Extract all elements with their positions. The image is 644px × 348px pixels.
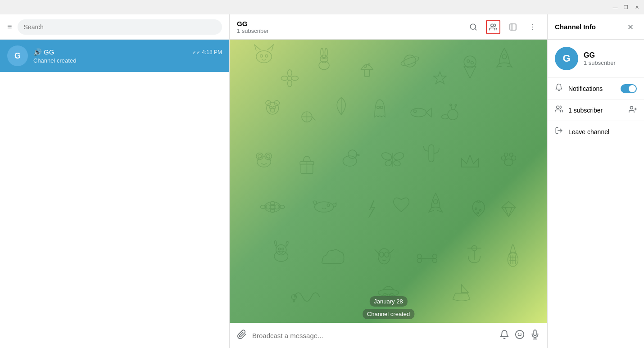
check-icon: ✓✓: [192, 50, 200, 55]
search-bar[interactable]: [18, 19, 222, 35]
notification-bell-icon[interactable]: [499, 330, 509, 342]
svg-point-37: [270, 108, 275, 112]
svg-marker-67: [462, 155, 479, 167]
svg-point-8: [256, 51, 272, 63]
members-button[interactable]: [486, 20, 500, 34]
svg-point-12: [288, 70, 292, 77]
svg-point-14: [281, 76, 288, 81]
svg-point-15: [291, 76, 298, 81]
notifications-toggle[interactable]: [621, 84, 637, 93]
svg-point-63: [384, 159, 392, 167]
microphone-icon[interactable]: [530, 330, 540, 342]
svg-point-60: [348, 150, 357, 158]
svg-point-20: [322, 57, 324, 59]
minimize-button[interactable]: —: [612, 4, 619, 11]
svg-point-2: [491, 24, 494, 27]
svg-point-10: [265, 54, 268, 57]
svg-point-24: [368, 63, 370, 65]
svg-point-61: [381, 151, 393, 161]
svg-point-46: [442, 115, 449, 119]
svg-point-36: [273, 106, 276, 109]
svg-point-72: [509, 153, 513, 157]
svg-rect-66: [429, 145, 434, 162]
chat-title: GG: [237, 20, 461, 27]
notifications-row[interactable]: Notifications: [548, 78, 644, 99]
svg-point-71: [504, 153, 508, 157]
svg-point-35: [270, 106, 272, 109]
leave-channel-label: Leave channel: [568, 128, 609, 136]
svg-point-105: [433, 258, 437, 263]
svg-point-16: [319, 61, 329, 70]
svg-point-116: [294, 295, 296, 297]
panel-avatar-section: G GG 1 subscriber: [548, 40, 644, 78]
svg-line-1: [475, 28, 476, 30]
doodle-pattern: [230, 40, 547, 323]
svg-point-85: [475, 208, 477, 210]
message-input[interactable]: [252, 332, 494, 339]
svg-point-97: [379, 252, 384, 257]
svg-point-119: [378, 289, 399, 296]
svg-point-52: [256, 153, 263, 160]
chat-item[interactable]: G 🔊 GG ✓✓ 4:18 PM Channel created: [0, 40, 229, 72]
chat-messages: January 28 Channel created: [230, 40, 547, 323]
panel-channel-sub: 1 subscriber: [584, 59, 616, 66]
svg-point-103: [417, 258, 422, 263]
close-button[interactable]: ✕: [633, 4, 640, 11]
svg-line-91: [508, 208, 512, 217]
leave-icon: [555, 127, 563, 137]
svg-point-26: [400, 55, 420, 67]
svg-point-131: [557, 106, 559, 108]
emoji-icon[interactable]: [515, 330, 525, 342]
subscribers-row[interactable]: 1 subscriber: [548, 99, 644, 121]
svg-point-23: [364, 65, 367, 68]
svg-point-62: [393, 151, 405, 161]
svg-point-68: [504, 159, 513, 166]
channel-info-panel: Channel Info G GG 1 subscriber Notificat…: [547, 14, 644, 348]
svg-point-7: [532, 29, 533, 30]
svg-point-82: [327, 204, 330, 207]
svg-point-94: [278, 248, 281, 250]
svg-point-13: [288, 80, 292, 87]
hamburger-icon[interactable]: ≡: [7, 22, 12, 32]
search-button[interactable]: [466, 20, 481, 34]
svg-point-43: [411, 108, 426, 117]
title-bar: — ❐ ✕: [0, 0, 644, 14]
panel-title: Channel Info: [555, 23, 621, 31]
add-member-icon[interactable]: [629, 105, 637, 115]
svg-marker-27: [434, 72, 447, 84]
panel-channel-details: GG 1 subscriber: [584, 51, 616, 66]
attachment-icon[interactable]: [237, 330, 247, 342]
svg-point-84: [434, 199, 438, 204]
date-badge: January 28: [369, 296, 407, 307]
svg-point-29: [467, 60, 470, 63]
svg-point-98: [385, 252, 389, 257]
panel-header: Channel Info: [548, 14, 644, 40]
notifications-label: Notifications: [568, 85, 615, 92]
leave-channel-row[interactable]: Leave channel: [548, 121, 644, 142]
svg-point-50: [455, 104, 457, 106]
chat-input-bar: [230, 323, 547, 348]
more-button[interactable]: [526, 20, 540, 34]
panel-close-button[interactable]: [624, 21, 637, 33]
avatar: G: [7, 45, 28, 66]
svg-point-51: [257, 157, 271, 167]
chat-top: 🔊 GG ✓✓ 4:18 PM: [33, 48, 222, 56]
svg-point-41: [377, 106, 380, 109]
svg-line-39: [312, 117, 316, 121]
svg-rect-22: [364, 70, 369, 77]
sidebar-header: ≡: [0, 14, 229, 40]
svg-point-132: [630, 106, 633, 109]
svg-point-87: [477, 212, 479, 214]
svg-line-100: [390, 249, 394, 253]
svg-point-6: [532, 26, 533, 27]
restore-button[interactable]: ❐: [622, 4, 630, 11]
svg-point-31: [502, 54, 507, 59]
panel-avatar: G: [555, 47, 578, 70]
chat-preview: Channel created: [33, 57, 222, 64]
svg-point-81: [315, 202, 334, 212]
panel-channel-name: GG: [584, 51, 616, 59]
sidebar-toggle-button[interactable]: [506, 20, 520, 34]
search-input[interactable]: [24, 23, 216, 31]
chat-time: ✓✓ 4:18 PM: [192, 49, 222, 55]
svg-point-21: [324, 57, 326, 59]
